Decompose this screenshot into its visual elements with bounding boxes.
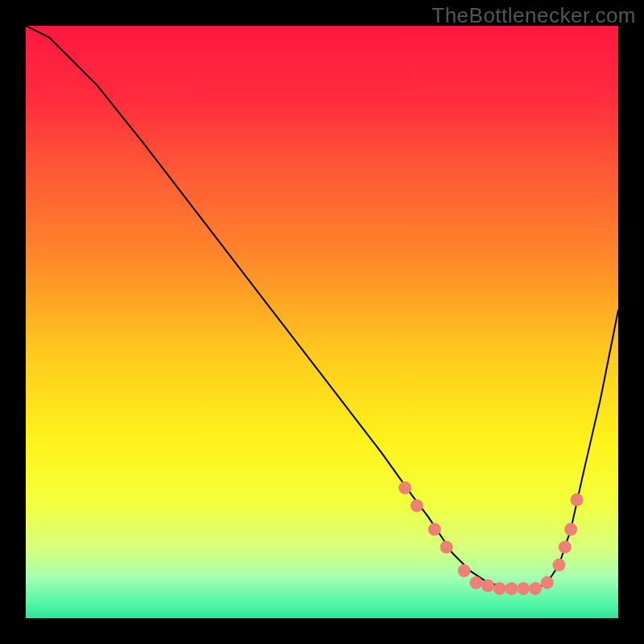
- marker-point: [517, 582, 530, 595]
- marker-point: [458, 564, 471, 577]
- marker-point: [559, 541, 572, 554]
- plot-area: [26, 26, 618, 618]
- marker-point: [481, 580, 494, 592]
- watermark-text: TheBottlenecker.com: [431, 3, 636, 28]
- chart-frame: TheBottlenecker.com: [0, 0, 644, 644]
- gradient-background: [26, 26, 618, 618]
- marker-point: [411, 499, 423, 512]
- marker-point: [506, 582, 518, 595]
- marker-point: [440, 541, 453, 554]
- marker-point: [529, 582, 542, 595]
- marker-point: [541, 576, 554, 589]
- marker-point: [493, 582, 506, 595]
- marker-point: [469, 576, 482, 589]
- marker-point: [571, 493, 584, 506]
- chart-svg: [26, 26, 618, 618]
- marker-point: [564, 523, 577, 536]
- marker-point: [398, 481, 411, 494]
- marker-point: [428, 523, 441, 536]
- marker-point: [552, 559, 565, 572]
